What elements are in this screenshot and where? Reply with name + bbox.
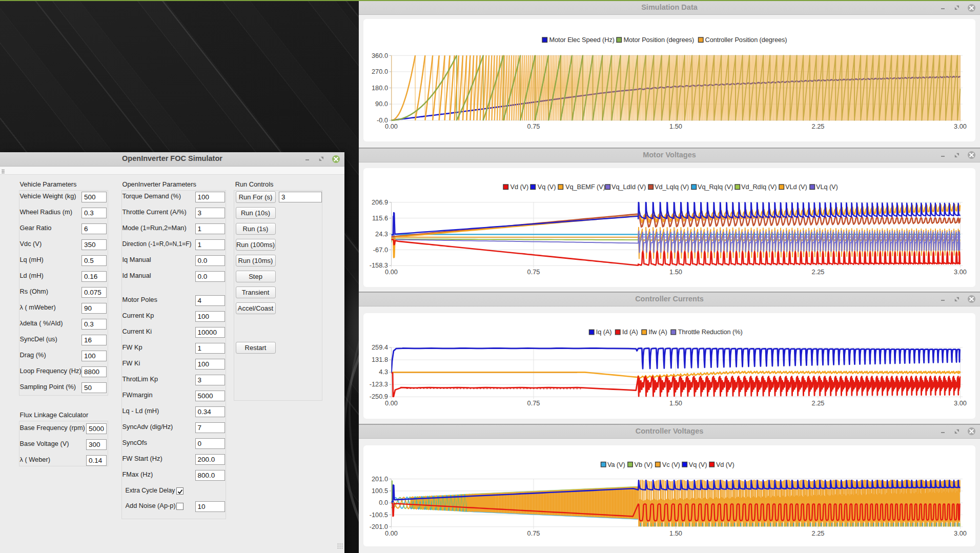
svg-text:0.00: 0.00 — [385, 268, 398, 276]
svg-text:-123.3: -123.3 — [370, 380, 388, 388]
svg-text:2.25: 2.25 — [812, 399, 825, 407]
svg-text:VLd (V): VLd (V) — [785, 183, 807, 191]
svg-text:Vb (V): Vb (V) — [635, 461, 653, 468]
svg-text:Vq_RqIq (V): Vq_RqIq (V) — [698, 183, 733, 191]
svg-text:270.0: 270.0 — [372, 68, 388, 75]
svg-text:3.00: 3.00 — [954, 399, 967, 407]
svg-text:24.3: 24.3 — [375, 230, 388, 238]
svg-text:Motor Elec Speed (Hz): Motor Elec Speed (Hz) — [549, 36, 615, 44]
svg-text:-100.5: -100.5 — [370, 511, 388, 519]
svg-text:201.0: 201.0 — [372, 475, 388, 483]
svg-text:1.50: 1.50 — [669, 122, 682, 130]
svg-text:360.0: 360.0 — [372, 52, 388, 59]
svg-text:3.00: 3.00 — [954, 122, 967, 130]
svg-text:Iq (A): Iq (A) — [596, 328, 612, 336]
svg-text:3.00: 3.00 — [954, 529, 967, 537]
svg-text:Vq_LdId (V): Vq_LdId (V) — [611, 183, 646, 191]
svg-text:0.75: 0.75 — [527, 529, 540, 537]
svg-text:Controller Position (degrees): Controller Position (degrees) — [705, 36, 787, 44]
svg-text:100.5: 100.5 — [372, 487, 388, 495]
svg-text:1.50: 1.50 — [669, 268, 682, 276]
svg-text:Vc (V): Vc (V) — [662, 461, 680, 468]
svg-text:2.25: 2.25 — [812, 529, 825, 537]
svg-text:115.6: 115.6 — [372, 214, 388, 222]
svg-text:2.25: 2.25 — [812, 122, 825, 130]
svg-text:0.00: 0.00 — [385, 122, 398, 130]
svg-text:1.50: 1.50 — [669, 529, 682, 537]
svg-text:-67.0: -67.0 — [373, 246, 388, 254]
svg-text:Vd_RdIq (V): Vd_RdIq (V) — [741, 183, 777, 191]
svg-text:Vq (V): Vq (V) — [689, 461, 707, 468]
svg-text:0.00: 0.00 — [385, 529, 398, 537]
svg-text:1.50: 1.50 — [669, 399, 682, 407]
svg-text:90.0: 90.0 — [375, 100, 388, 108]
svg-text:259.4: 259.4 — [372, 343, 388, 351]
svg-text:Vq_BEMF (V): Vq_BEMF (V) — [565, 183, 605, 191]
svg-text:206.9: 206.9 — [372, 198, 388, 206]
svg-text:VLq (V): VLq (V) — [816, 183, 838, 191]
svg-text:0.75: 0.75 — [527, 122, 540, 130]
svg-text:Vd (V): Vd (V) — [716, 461, 734, 468]
svg-text:Id (A): Id (A) — [622, 328, 638, 336]
svg-text:Vq (V): Vq (V) — [538, 183, 556, 191]
svg-text:131.8: 131.8 — [372, 356, 388, 363]
svg-text:Vd_LqIq (V): Vd_LqIq (V) — [655, 183, 689, 191]
svg-text:0.75: 0.75 — [527, 268, 540, 276]
svg-text:Va (V): Va (V) — [607, 461, 625, 468]
svg-text:0.75: 0.75 — [527, 399, 540, 407]
svg-text:0.0: 0.0 — [379, 499, 388, 506]
svg-text:Throttle Reduction (%): Throttle Reduction (%) — [678, 328, 743, 336]
svg-text:Ifw (A): Ifw (A) — [648, 328, 667, 336]
svg-text:180.0: 180.0 — [372, 84, 388, 92]
svg-text:4.3: 4.3 — [379, 368, 388, 376]
svg-text:2.25: 2.25 — [812, 268, 825, 276]
svg-text:Vd (V): Vd (V) — [511, 183, 529, 191]
svg-text:0.00: 0.00 — [385, 399, 398, 407]
svg-text:3.00: 3.00 — [954, 268, 967, 276]
svg-text:Motor Position (degrees): Motor Position (degrees) — [624, 36, 695, 44]
